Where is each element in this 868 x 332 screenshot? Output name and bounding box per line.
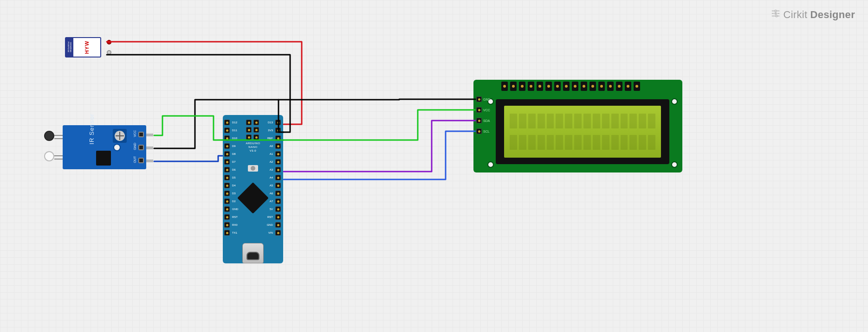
lcd-char-cell xyxy=(510,114,517,128)
nano-pin-tx1[interactable]: TX1 xyxy=(224,230,230,236)
lcd-header-pin[interactable] xyxy=(598,82,605,91)
lcd-header-pin[interactable] xyxy=(616,82,622,91)
nano-pin-d11[interactable]: D11 xyxy=(224,128,230,133)
nano-pin-label: D11 xyxy=(232,129,237,132)
ir-potentiometer[interactable] xyxy=(113,129,127,143)
nano-pin-label: REF xyxy=(267,137,273,140)
lcd-char-cell xyxy=(565,114,572,128)
nano-pin-d4[interactable]: D4 xyxy=(224,183,230,188)
lcd-mount-hole-icon xyxy=(487,161,494,168)
lcd-header-pin[interactable] xyxy=(519,82,525,91)
nano-usb-port-icon xyxy=(242,243,264,263)
lcd-pin-label: VCC xyxy=(483,109,490,112)
lcd-header-pin[interactable] xyxy=(537,82,543,91)
component-lcd-i2c[interactable]: GND VCC SDA SCL xyxy=(473,80,682,172)
battery-terminal-neg[interactable] xyxy=(107,50,111,55)
nano-pin-label: RX0 xyxy=(232,223,238,226)
lcd-char-cell xyxy=(510,135,517,150)
lcd-char-cell xyxy=(574,135,582,150)
nano-model: NANO xyxy=(246,146,260,149)
ir-sensor-title: IR Sensor xyxy=(88,114,95,145)
nano-pin-3v3[interactable]: 3V3 xyxy=(275,128,281,133)
nano-pin-d8[interactable]: D8 xyxy=(224,151,230,157)
component-battery[interactable]: GENERAL PURPOSE HYW xyxy=(65,37,107,59)
lcd-char-cell xyxy=(556,114,563,128)
lcd-header-pin[interactable] xyxy=(554,82,561,91)
component-arduino-nano[interactable]: ARDUINO NANO V3.0 D12D11D10D9D8D7D6D5D4D… xyxy=(223,115,283,263)
nano-pin-d7[interactable]: D7 xyxy=(224,159,230,165)
lcd-pin-vcc[interactable] xyxy=(476,107,482,113)
nano-pin-ref[interactable]: REF xyxy=(275,135,281,141)
lcd-char-cell xyxy=(611,114,619,128)
nano-right-pin-header: D133V3REFA0A1A2A3A4A5A6A75VRSTGNDVIN xyxy=(275,120,282,236)
nano-pin-label: A2 xyxy=(270,160,273,163)
lcd-header-pin[interactable] xyxy=(528,82,534,91)
lcd-pin-gnd[interactable] xyxy=(476,96,482,102)
diagram-canvas[interactable]: GENERAL PURPOSE HYW IR Sensor VCC xyxy=(0,0,868,332)
lcd-header-pin[interactable] xyxy=(607,82,614,91)
ir-pin-out[interactable] xyxy=(138,158,144,163)
nano-pin-label: D6 xyxy=(232,168,236,171)
lcd-char-cell xyxy=(574,114,582,128)
wire-nano-a4-to-lcd-sda xyxy=(284,121,475,172)
nano-pin-a7[interactable]: A7 xyxy=(275,198,281,204)
nano-pin-d10[interactable]: D10 xyxy=(224,135,230,141)
lcd-pin-scl[interactable] xyxy=(476,128,482,134)
nano-pin-d6[interactable]: D6 xyxy=(224,167,230,172)
nano-pin-d12[interactable]: D12 xyxy=(224,120,230,125)
nano-pin-rst[interactable]: RST xyxy=(224,214,230,220)
ir-comparator-chip-icon xyxy=(96,151,111,166)
nano-pin-d3[interactable]: D3 xyxy=(224,191,230,196)
nano-version: V3.0 xyxy=(246,149,260,153)
nano-pin-rx0[interactable]: RX0 xyxy=(224,222,230,228)
nano-pin-label: D3 xyxy=(232,192,236,195)
lcd-char-cell xyxy=(547,135,554,150)
nano-pin-a5[interactable]: A5 xyxy=(275,183,281,188)
nano-pin-d9[interactable]: D9 xyxy=(224,143,230,149)
nano-pin-a6[interactable]: A6 xyxy=(275,191,281,196)
nano-pin-label: D8 xyxy=(232,153,236,155)
lcd-header-pin[interactable] xyxy=(510,82,517,91)
lcd-header-pin[interactable] xyxy=(634,82,640,91)
lcd-char-cell xyxy=(593,114,600,128)
lcd-header-pin[interactable] xyxy=(581,82,587,91)
nano-pin-label: D10 xyxy=(232,137,237,140)
nano-pin-d5[interactable]: D5 xyxy=(224,175,230,180)
nano-pin-a1[interactable]: A1 xyxy=(275,151,281,157)
lcd-header-pin[interactable] xyxy=(563,82,570,91)
ir-emitter-led-icon xyxy=(44,129,63,143)
lcd-mount-hole-icon xyxy=(671,161,678,168)
wire-battery-pos-to-vin xyxy=(107,42,302,124)
lcd-char-cell xyxy=(583,114,591,128)
lcd-char-cell xyxy=(565,135,572,150)
nano-pin-d13[interactable]: D13 xyxy=(275,120,281,125)
nano-pin-a2[interactable]: A2 xyxy=(275,159,281,165)
nano-pin-a0[interactable]: A0 xyxy=(275,143,281,149)
lcd-pin-label: GND xyxy=(483,98,491,101)
battery-terminal-pos[interactable] xyxy=(107,40,111,45)
nano-pin-a4[interactable]: A4 xyxy=(275,175,281,180)
nano-pin-vin[interactable]: VIN xyxy=(275,230,281,236)
nano-pin-d2[interactable]: D2 xyxy=(224,198,230,204)
ir-receiver-led-icon xyxy=(44,149,63,163)
lcd-char-cell xyxy=(583,135,591,150)
lcd-pin-sda[interactable] xyxy=(476,118,482,123)
nano-pin-gnd[interactable]: GND xyxy=(224,206,230,212)
lcd-header-pin[interactable] xyxy=(572,82,578,91)
lcd-char-cell xyxy=(639,114,646,128)
lcd-header-pin[interactable] xyxy=(501,82,508,91)
ir-pin-gnd[interactable] xyxy=(138,145,144,150)
nano-pin-gnd[interactable]: GND xyxy=(275,222,281,228)
lcd-screen xyxy=(504,106,661,158)
ir-pin-vcc[interactable] xyxy=(138,132,144,137)
lcd-header-pin[interactable] xyxy=(625,82,631,91)
lcd-char-cell xyxy=(519,135,526,150)
component-ir-sensor[interactable]: IR Sensor VCC GND OUT xyxy=(44,125,153,169)
lcd-char-cell xyxy=(556,135,563,150)
nano-reset-button[interactable] xyxy=(248,165,258,172)
nano-pin-a3[interactable]: A3 xyxy=(275,167,281,172)
nano-pin-rst[interactable]: RST xyxy=(275,214,281,220)
lcd-header-pin[interactable] xyxy=(545,82,552,91)
lcd-header-pin[interactable] xyxy=(589,82,596,91)
nano-pin-5v[interactable]: 5V xyxy=(275,206,281,212)
